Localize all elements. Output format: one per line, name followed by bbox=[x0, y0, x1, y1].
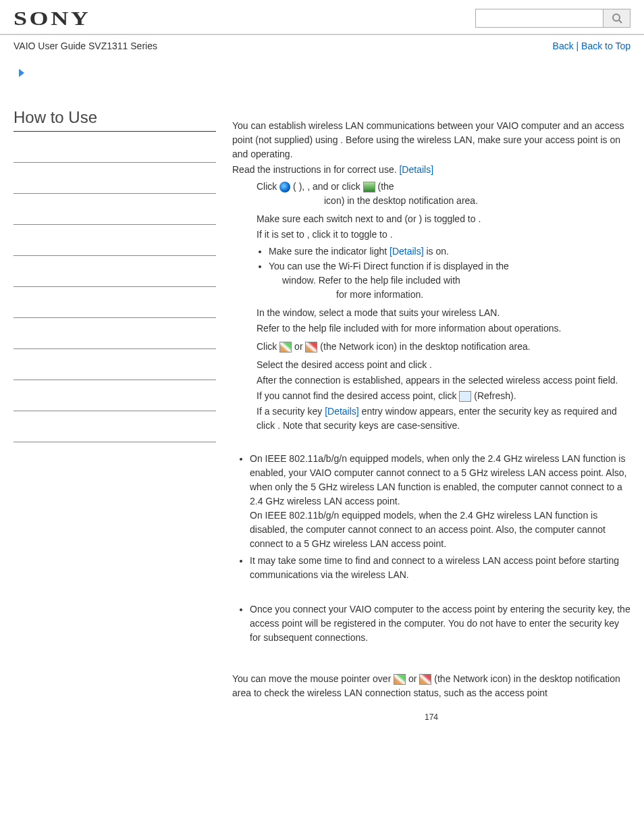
sidebar-item[interactable] bbox=[14, 349, 216, 380]
search-button[interactable] bbox=[603, 9, 630, 28]
sidebar-item[interactable] bbox=[14, 256, 216, 287]
sidebar-item[interactable] bbox=[14, 318, 216, 349]
note-item: Once you connect your VAIO computer to t… bbox=[250, 602, 630, 645]
top-bar: SONY bbox=[0, 0, 644, 35]
search-input[interactable] bbox=[475, 9, 603, 28]
back-to-top-link[interactable]: Back to Top bbox=[581, 41, 630, 51]
step-5: Select the desired access point and clic… bbox=[257, 358, 630, 433]
sidebar-item[interactable] bbox=[14, 132, 216, 163]
sidebar-item[interactable] bbox=[14, 380, 216, 411]
nav-links: Back | Back to Top bbox=[553, 41, 630, 51]
breadcrumb-chevron-icon bbox=[18, 68, 28, 78]
smart-network-icon bbox=[363, 182, 375, 192]
note-item: On IEEE 802.11a/b/g/n equipped models, w… bbox=[250, 452, 630, 551]
sub-header: VAIO User Guide SVZ1311 Series Back | Ba… bbox=[0, 35, 644, 55]
search-wrap bbox=[475, 9, 630, 28]
step-3: In the window, select a mode that suits … bbox=[257, 306, 630, 336]
notes-list-2: Once you connect your VAIO computer to t… bbox=[239, 602, 630, 645]
search-icon bbox=[612, 13, 622, 24]
svg-line-1 bbox=[619, 20, 622, 23]
back-link[interactable]: Back bbox=[553, 41, 574, 51]
sidebar-item[interactable] bbox=[14, 411, 216, 442]
network-icon bbox=[279, 342, 292, 353]
page-number: 174 bbox=[232, 711, 630, 723]
nav-sep: | bbox=[574, 41, 581, 51]
guide-title: VAIO User Guide SVZ1311 Series bbox=[14, 41, 157, 51]
start-icon bbox=[279, 182, 290, 192]
hint-item: You can use the Wi-Fi Direct function if… bbox=[269, 259, 630, 302]
sidebar-item[interactable] bbox=[14, 194, 216, 225]
notes-list: On IEEE 802.11a/b/g/n equipped models, w… bbox=[239, 452, 630, 582]
intro-paragraph: You can establish wireless LAN communica… bbox=[232, 119, 630, 161]
sidebar: How to Use bbox=[14, 78, 216, 723]
main-content: You can establish wireless LAN communica… bbox=[216, 78, 630, 723]
refresh-icon bbox=[459, 391, 471, 402]
network-icon bbox=[394, 674, 406, 685]
step-4: Click or (the Network icon) in the deskt… bbox=[257, 340, 630, 354]
network-off-icon bbox=[305, 342, 317, 353]
step-1: Click ( ), , and or click (the icon) in … bbox=[257, 180, 630, 208]
hint-item: Make sure the indicator light [Details] … bbox=[269, 244, 630, 259]
sidebar-title: How to Use bbox=[14, 108, 216, 132]
sidebar-item[interactable] bbox=[14, 287, 216, 318]
sony-logo: SONY bbox=[14, 7, 90, 30]
svg-point-0 bbox=[613, 14, 620, 21]
sidebar-item[interactable] bbox=[14, 163, 216, 194]
details-link[interactable]: [Details] bbox=[390, 246, 424, 257]
network-off-icon bbox=[419, 674, 431, 685]
status-paragraph: You can move the mouse pointer over or (… bbox=[232, 672, 630, 700]
intro-paragraph-2: Read the instructions in for correct use… bbox=[232, 163, 630, 177]
step-2: Make sure each switch next to and (or ) … bbox=[257, 212, 630, 302]
details-link[interactable]: [Details] bbox=[399, 164, 433, 175]
details-link[interactable]: [Details] bbox=[325, 406, 359, 417]
note-item: It may take some time to find and connec… bbox=[250, 554, 630, 582]
sidebar-item[interactable] bbox=[14, 225, 216, 256]
